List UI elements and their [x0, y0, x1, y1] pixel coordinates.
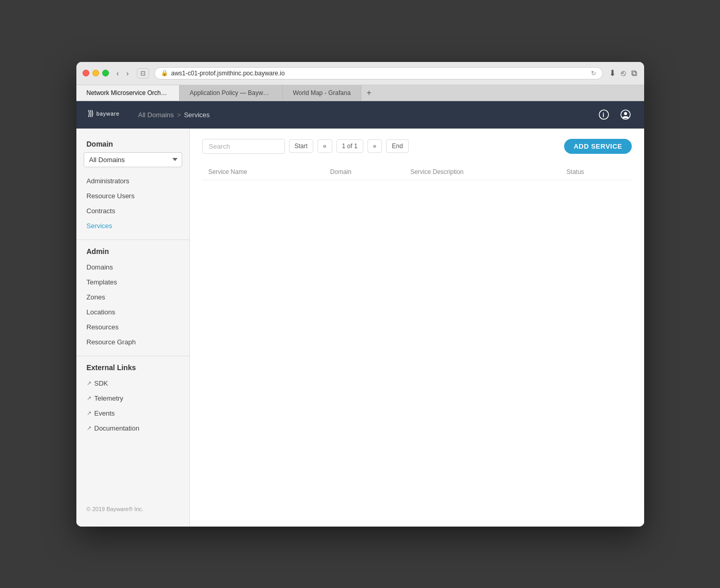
sidebar-footer: © 2019 Bayware® Inc.: [76, 500, 189, 518]
table-header-row: Service Name Domain Service Description …: [202, 164, 632, 180]
reader-view-button[interactable]: ⊡: [137, 68, 149, 78]
sidebar-item-locations[interactable]: Locations: [76, 305, 189, 320]
forward-button[interactable]: ›: [124, 68, 132, 78]
table-header: Service Name Domain Service Description …: [202, 164, 632, 180]
sidebar-divider-2: [76, 356, 189, 356]
contracts-label: Contracts: [87, 207, 116, 215]
breadcrumb-parent[interactable]: All Domains: [138, 111, 174, 119]
close-button[interactable]: [83, 70, 89, 76]
resources-label: Resources: [87, 323, 119, 331]
new-window-button[interactable]: ⧉: [630, 67, 638, 79]
nav-buttons: ‹ ›: [114, 68, 132, 78]
download-button[interactable]: ⬇: [608, 67, 617, 79]
address-text: aws1-c01-protof.jsmithinc.poc.bayware.io: [171, 70, 285, 77]
sidebar-item-contracts[interactable]: Contracts: [76, 203, 189, 218]
breadcrumb-separator: >: [177, 111, 181, 119]
sidebar-divider-1: [76, 240, 189, 240]
templates-label: Templates: [87, 278, 117, 286]
prev-button[interactable]: «: [317, 139, 332, 153]
svg-text:bayware: bayware: [96, 110, 119, 117]
admin-section-title: Admin: [76, 244, 189, 260]
main-layout: Domain All Domains Administrators Reso: [76, 129, 644, 527]
tab-1[interactable]: Application Policy — Bayware documentati…: [180, 85, 283, 101]
domain-select[interactable]: All Domains: [84, 152, 182, 167]
events-label: Events: [94, 409, 115, 417]
content-toolbar: Start « 1 of 1 » End ADD SERVICE: [202, 139, 632, 154]
app-header: bayware All Domains > Services i: [76, 101, 644, 129]
tab-2[interactable]: World Map - Grafana: [283, 85, 362, 101]
sidebar-item-templates[interactable]: Templates: [76, 275, 189, 290]
sidebar-top: Domain All Domains Administrators Reso: [76, 137, 189, 442]
new-tab-button[interactable]: +: [361, 85, 376, 101]
logo-text: bayware: [87, 106, 128, 123]
sidebar-item-resource-graph[interactable]: Resource Graph: [76, 335, 189, 349]
administrators-label: Administrators: [87, 177, 130, 185]
telemetry-external-icon: ↗: [87, 395, 91, 402]
sidebar-item-documentation[interactable]: ↗ Documentation: [76, 421, 189, 436]
col-status: Status: [561, 164, 632, 180]
maximize-button[interactable]: [102, 70, 109, 76]
toolbar-left: Start « 1 of 1 » End: [202, 139, 409, 154]
search-input[interactable]: [202, 139, 285, 154]
services-table: Service Name Domain Service Description …: [202, 164, 632, 180]
address-bar[interactable]: 🔒 aws1-c01-protof.jsmithinc.poc.bayware.…: [154, 67, 603, 80]
col-service-name: Service Name: [202, 164, 324, 180]
domains-label: Domains: [87, 263, 113, 271]
sidebar-item-telemetry[interactable]: ↗ Telemetry: [76, 391, 189, 406]
external-section-title: External Links: [76, 360, 189, 376]
refresh-icon[interactable]: ↻: [591, 70, 596, 77]
events-external-icon: ↗: [87, 410, 91, 417]
tab-0[interactable]: Network Microservice Orchestrator: [76, 85, 180, 101]
telemetry-label: Telemetry: [94, 394, 123, 402]
sidebar: Domain All Domains Administrators Reso: [76, 129, 190, 527]
next-button[interactable]: »: [367, 139, 382, 153]
services-label: Services: [87, 222, 113, 230]
documentation-external-icon: ↗: [87, 425, 91, 432]
resource-graph-label: Resource Graph: [87, 338, 136, 346]
sidebar-domain-section: Domain All Domains Administrators Reso: [76, 137, 189, 233]
svg-point-4: [624, 112, 627, 115]
header-actions: i: [596, 106, 634, 123]
start-button[interactable]: Start: [289, 139, 313, 153]
traffic-lights: [83, 70, 109, 76]
sidebar-item-domains[interactable]: Domains: [76, 260, 189, 275]
app: bayware All Domains > Services i: [76, 101, 644, 527]
col-service-description: Service Description: [404, 164, 561, 180]
svg-text:i: i: [602, 112, 604, 119]
user-button[interactable]: [617, 106, 634, 123]
browser-actions: ⬇ ⎋ ⧉: [608, 67, 638, 79]
sdk-label: SDK: [94, 379, 108, 387]
add-service-button[interactable]: ADD SERVICE: [564, 139, 631, 154]
locations-label: Locations: [87, 308, 116, 316]
page-info: 1 of 1: [337, 139, 363, 153]
sidebar-admin-section: Admin Domains Templates Zones Locations: [76, 244, 189, 349]
sidebar-domain-items: Administrators Resource Users Contracts …: [76, 173, 189, 233]
sidebar-item-sdk[interactable]: ↗ SDK: [76, 376, 189, 391]
breadcrumb-current: Services: [184, 111, 210, 119]
header-left: bayware All Domains > Services: [87, 106, 210, 123]
back-button[interactable]: ‹: [114, 68, 122, 78]
breadcrumb: All Domains > Services: [138, 111, 210, 119]
zones-label: Zones: [87, 293, 105, 301]
sidebar-item-events[interactable]: ↗ Events: [76, 406, 189, 421]
col-domain: Domain: [324, 164, 404, 180]
sdk-external-icon: ↗: [87, 380, 91, 387]
resource-users-label: Resource Users: [87, 192, 135, 200]
domain-select-wrapper: All Domains: [76, 152, 189, 173]
sidebar-external-section: External Links ↗ SDK ↗ Telemetry ↗ Event…: [76, 360, 189, 436]
lock-icon: 🔒: [161, 70, 168, 76]
sidebar-item-resources[interactable]: Resources: [76, 320, 189, 335]
sidebar-item-zones[interactable]: Zones: [76, 290, 189, 305]
app-logo: bayware: [87, 106, 128, 123]
documentation-label: Documentation: [94, 424, 139, 432]
share-button[interactable]: ⎋: [620, 67, 627, 79]
domain-section-title: Domain: [76, 137, 189, 152]
info-button[interactable]: i: [596, 106, 612, 123]
sidebar-item-services[interactable]: Services: [76, 218, 189, 233]
sidebar-item-resource-users[interactable]: Resource Users: [76, 188, 189, 203]
title-bar: ‹ › ⊡ 🔒 aws1-c01-protof.jsmithinc.poc.ba…: [76, 62, 644, 85]
sidebar-item-administrators[interactable]: Administrators: [76, 173, 189, 188]
end-button[interactable]: End: [386, 139, 408, 153]
browser-tabs: Network Microservice Orchestrator Applic…: [76, 85, 644, 101]
minimize-button[interactable]: [92, 70, 99, 76]
